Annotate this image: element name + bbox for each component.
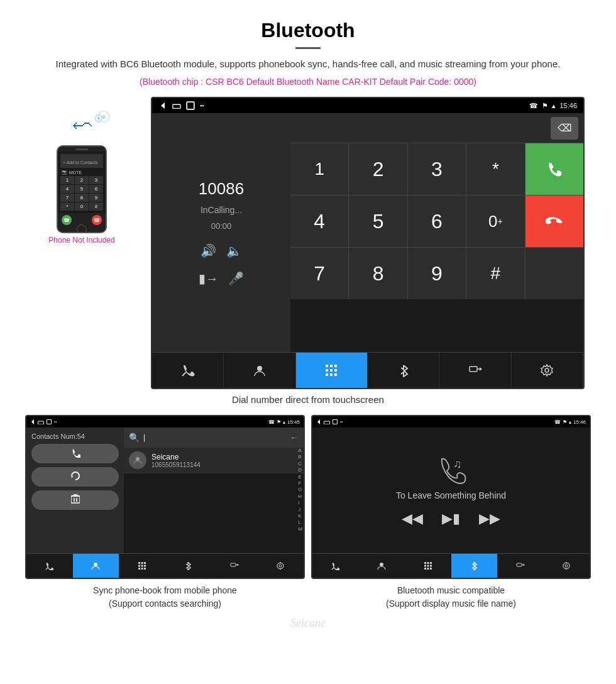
volume-up-icon[interactable]: 🔊 bbox=[201, 243, 216, 258]
window-icon bbox=[172, 101, 181, 110]
main-time: 15:46 bbox=[559, 102, 577, 109]
key-1[interactable]: 1 bbox=[290, 143, 348, 195]
music-phone-note-icon: ♫ bbox=[436, 454, 467, 485]
next-track-button[interactable]: ▶▶ bbox=[479, 510, 500, 527]
svg-rect-11 bbox=[326, 373, 328, 376]
svg-line-28 bbox=[46, 567, 48, 570]
bottom-bluetooth-btn[interactable] bbox=[368, 353, 439, 388]
c-settings-btn[interactable] bbox=[258, 554, 304, 578]
svg-marker-21 bbox=[71, 476, 74, 478]
svg-line-47 bbox=[332, 567, 334, 570]
play-pause-button[interactable]: ▶▮ bbox=[442, 510, 460, 527]
svg-marker-43 bbox=[317, 419, 320, 424]
key-6[interactable]: 6 bbox=[408, 196, 466, 247]
contacts-screen: ▪▪ ☎ ⚑ ▴ 15:45 Contacts Num:54 bbox=[25, 415, 305, 579]
key-0plus[interactable]: 0+ bbox=[466, 196, 524, 247]
backspace-button[interactable]: ⌫ bbox=[551, 117, 578, 140]
dial-status: InCalling... bbox=[201, 205, 242, 215]
header-description: Integrated with BC6 Bluetooth module, su… bbox=[25, 57, 591, 72]
c-bluetooth-btn[interactable] bbox=[165, 554, 212, 578]
svg-rect-32 bbox=[144, 562, 146, 564]
main-caption: Dial number direct from touchscreen bbox=[25, 394, 591, 405]
phone-not-included-label: Phone Not Included bbox=[48, 236, 114, 245]
call-button[interactable] bbox=[31, 444, 119, 463]
key-empty bbox=[525, 248, 583, 299]
phone-sidebar: ⬿ ⦿ ⦿ + Add to Contacts 📷 MOTE bbox=[25, 97, 138, 257]
page-title: Bluetooth bbox=[25, 19, 591, 42]
svg-rect-35 bbox=[144, 565, 146, 567]
mic-icon[interactable]: 🎤 bbox=[228, 271, 244, 286]
key-7[interactable]: 7 bbox=[290, 248, 348, 299]
key-star[interactable]: * bbox=[466, 143, 524, 195]
signal-icon: ▪▪ bbox=[200, 102, 204, 109]
music-icon-area: ♫ bbox=[436, 454, 467, 485]
bottom-keypad-btn[interactable] bbox=[296, 353, 368, 388]
key-5[interactable]: 5 bbox=[349, 196, 407, 247]
key-2[interactable]: 2 bbox=[349, 143, 407, 195]
music-caption: Bluetooth music compatible(Support displ… bbox=[311, 584, 591, 610]
music-caption-text: Bluetooth music compatible(Support displ… bbox=[386, 585, 516, 609]
contacts-wifi-icon: ▴ bbox=[283, 419, 285, 425]
svg-rect-31 bbox=[141, 562, 143, 564]
svg-marker-16 bbox=[480, 367, 482, 371]
contact-item[interactable]: Seicane 10655059113144 bbox=[124, 448, 304, 473]
music-bottom-bar bbox=[312, 553, 590, 578]
m-phone-btn[interactable] bbox=[312, 554, 359, 578]
contacts-search-bar: 🔍 | ← bbox=[124, 428, 304, 448]
key-3[interactable]: 3 bbox=[408, 143, 466, 195]
bottom-phone-btn[interactable] bbox=[152, 353, 224, 388]
svg-rect-2 bbox=[187, 102, 194, 109]
contacts-signal: ▪▪ bbox=[54, 420, 57, 424]
svg-point-42 bbox=[279, 565, 282, 567]
svg-rect-13 bbox=[334, 373, 337, 376]
key-4[interactable]: 4 bbox=[290, 196, 348, 247]
bottom-settings-btn[interactable] bbox=[512, 353, 583, 388]
call-green-button[interactable] bbox=[525, 143, 583, 195]
svg-rect-7 bbox=[334, 365, 337, 367]
m-settings-btn[interactable] bbox=[544, 554, 590, 578]
c-keypad-btn[interactable] bbox=[119, 554, 165, 578]
key-9[interactable]: 9 bbox=[408, 248, 466, 299]
c-phone-btn[interactable] bbox=[26, 554, 73, 578]
contacts-right-panel: 🔍 | ← Seicane 10655059113144 bbox=[124, 428, 304, 553]
m-transfer-btn[interactable] bbox=[497, 554, 544, 578]
svg-rect-57 bbox=[430, 568, 432, 570]
contact-name: Seicane bbox=[151, 453, 201, 461]
svg-rect-6 bbox=[330, 365, 333, 367]
svg-rect-55 bbox=[424, 568, 426, 570]
prev-track-button[interactable]: ◀◀ bbox=[402, 510, 423, 527]
transfer-icon[interactable]: ▮→ bbox=[199, 271, 218, 286]
svg-marker-18 bbox=[31, 419, 34, 424]
call-red-button[interactable] bbox=[525, 196, 583, 247]
bottom-transfer-btn[interactable] bbox=[439, 353, 511, 388]
music-controls: ◀◀ ▶▮ ▶▶ bbox=[402, 510, 500, 527]
m-bluetooth-btn[interactable] bbox=[451, 554, 498, 578]
c-contacts-btn[interactable] bbox=[73, 554, 119, 578]
contacts-bottom-bar bbox=[26, 553, 304, 578]
key-8[interactable]: 8 bbox=[349, 248, 407, 299]
music-song-title: To Leave Something Behind bbox=[383, 490, 519, 500]
dial-timer: 00:00 bbox=[211, 221, 232, 231]
svg-rect-5 bbox=[326, 365, 328, 367]
bottom-captions: Sync phone-book from mobile phone(Suppor… bbox=[25, 584, 591, 610]
music-loc-icon: ⚑ bbox=[563, 419, 567, 425]
square-icon bbox=[186, 101, 195, 110]
key-hash[interactable]: # bbox=[466, 248, 524, 299]
svg-rect-8 bbox=[326, 369, 328, 372]
svg-text:♫: ♫ bbox=[453, 458, 462, 470]
m-keypad-btn[interactable] bbox=[405, 554, 451, 578]
svg-point-27 bbox=[136, 457, 140, 461]
bottom-row: ▪▪ ☎ ⚑ ▴ 15:45 Contacts Num:54 bbox=[25, 415, 591, 579]
bottom-contacts-btn[interactable] bbox=[224, 353, 295, 388]
sync-button[interactable] bbox=[31, 467, 119, 487]
m-contacts-btn[interactable] bbox=[359, 554, 405, 578]
dial-extra-controls: ▮→ 🎤 bbox=[199, 271, 244, 286]
svg-rect-45 bbox=[333, 420, 338, 424]
header-divider bbox=[295, 47, 321, 49]
search-cursor: | bbox=[143, 433, 290, 442]
c-transfer-btn[interactable] bbox=[211, 554, 258, 578]
main-dial-screen: ▪▪ ☎ ⚑ ▴ 15:46 10086 InCalling... 00:00 bbox=[151, 97, 585, 389]
phone-status-icon: ☎ bbox=[529, 102, 538, 110]
delete-button[interactable] bbox=[31, 490, 119, 510]
volume-down-icon[interactable]: 🔈 bbox=[226, 243, 242, 258]
